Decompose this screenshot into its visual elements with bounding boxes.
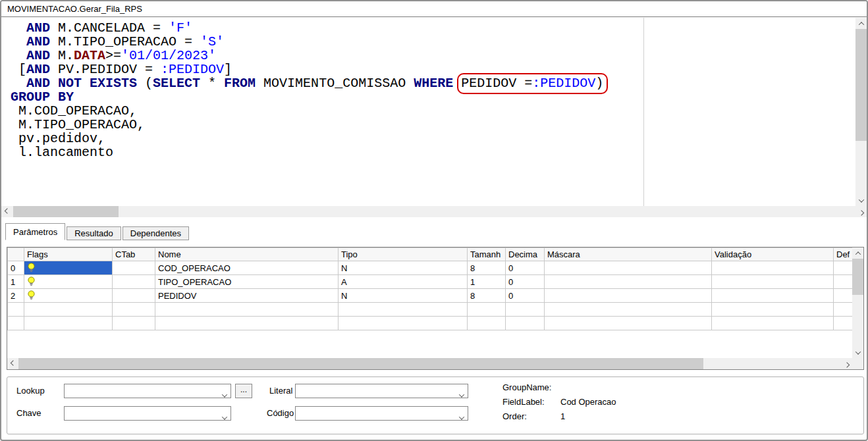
grid-flags-cell[interactable]: [24, 261, 113, 275]
fieldlabel-value: Cod Operacao: [560, 397, 616, 407]
tab-dependentes[interactable]: Dependentes: [122, 226, 189, 240]
codigo-combobox[interactable]: [295, 406, 468, 421]
grid-cell[interactable]: [506, 303, 545, 317]
grid-cell[interactable]: [113, 261, 155, 275]
grid-cell[interactable]: [545, 275, 712, 289]
grid-cell[interactable]: [468, 303, 506, 317]
grid-cell[interactable]: [339, 303, 468, 317]
params-grid: FlagsCTabNomeTipoTamanhDecimaMáscaraVali…: [7, 247, 852, 330]
editor-vertical-scrollbar[interactable]: [855, 18, 867, 206]
grid-cell[interactable]: [834, 317, 853, 330]
scroll-right-button[interactable]: [841, 358, 852, 369]
sql-editor[interactable]: AND M.CANCELADA = 'F' AND M.TIPO_OPERACA…: [1, 18, 867, 206]
grid-cell[interactable]: TIPO_OPERACAO: [155, 275, 339, 289]
grid-cell[interactable]: [339, 317, 468, 330]
scrollbar-thumb[interactable]: [852, 259, 863, 295]
grid-cell[interactable]: 1: [468, 275, 506, 289]
order-label: Order:: [502, 411, 527, 421]
grid-cell[interactable]: [113, 289, 155, 303]
chave-combobox[interactable]: [64, 406, 231, 421]
grid-cell[interactable]: [113, 317, 155, 330]
scroll-up-button[interactable]: [855, 18, 867, 29]
scroll-left-button[interactable]: [1, 206, 13, 217]
grid-flags-cell[interactable]: [24, 275, 113, 289]
code-line: GROUP BY: [11, 90, 855, 104]
grid-header-tamanh[interactable]: Tamanh: [468, 248, 506, 261]
lookup-combobox[interactable]: [64, 384, 231, 398]
grid-cell[interactable]: [712, 317, 834, 330]
window-title: MOVIMENTACAO.Gerar_Fila_RPS: [1, 1, 867, 17]
grid-cell[interactable]: 0: [506, 275, 545, 289]
grid-cell[interactable]: [834, 303, 853, 317]
grid-rownum-cell[interactable]: 0: [8, 261, 24, 275]
grid-cell[interactable]: [468, 317, 506, 330]
code-line: [AND PV.PEDIDOV = :PEDIDOV]: [11, 63, 855, 76]
grid-header-nome[interactable]: Nome: [155, 248, 339, 261]
grid-cell[interactable]: [24, 303, 113, 317]
grid-header-rownum[interactable]: [8, 248, 24, 261]
grid-cell[interactable]: [712, 289, 834, 303]
grid-cell[interactable]: [545, 261, 712, 275]
grid-cell[interactable]: [712, 261, 834, 275]
grid-cell[interactable]: [113, 303, 155, 317]
grid-rownum-cell[interactable]: 2: [8, 289, 24, 303]
grid-cell[interactable]: [24, 317, 113, 330]
grid-header-tipo[interactable]: Tipo: [339, 248, 468, 261]
grid-header-validação[interactable]: Validação: [712, 248, 834, 261]
scrollbar-thumb[interactable]: [855, 29, 867, 141]
chevron-down-icon: [459, 392, 464, 397]
code-area[interactable]: AND M.CANCELADA = 'F' AND M.TIPO_OPERACA…: [1, 18, 855, 206]
grid-header-máscara[interactable]: Máscara: [545, 248, 712, 261]
grid-vertical-scrollbar[interactable]: [852, 247, 863, 358]
grid-cell[interactable]: 0: [506, 289, 545, 303]
grid-cell[interactable]: PEDIDOV: [155, 289, 339, 303]
grid-cell[interactable]: [545, 303, 712, 317]
grid-horizontal-scrollbar[interactable]: [7, 358, 852, 369]
chevron-up-icon: [855, 251, 860, 257]
grid-header-ctab[interactable]: CTab: [113, 248, 155, 261]
grid-cell[interactable]: N: [339, 289, 468, 303]
grid-header-flags[interactable]: Flags: [24, 248, 113, 261]
grid-header-decima[interactable]: Decima: [506, 248, 545, 261]
grid-cell[interactable]: [834, 275, 853, 289]
grid-flags-cell[interactable]: [24, 289, 113, 303]
tab-resultado[interactable]: Resultado: [67, 226, 121, 240]
grid-cell[interactable]: [834, 289, 853, 303]
grid-cell[interactable]: [545, 317, 712, 330]
grid-cell[interactable]: [834, 261, 853, 275]
code-line: AND M.CANCELADA = 'F': [11, 21, 855, 35]
grid-cell[interactable]: [506, 317, 545, 330]
scroll-up-button[interactable]: [852, 247, 863, 259]
grid-header-def[interactable]: Def: [834, 248, 853, 261]
grid-cell[interactable]: N: [339, 261, 468, 275]
grid-cell[interactable]: [712, 275, 834, 289]
grid-cell[interactable]: A: [339, 275, 468, 289]
lookup-browse-button[interactable]: ...: [235, 384, 252, 398]
grid-cell[interactable]: [8, 303, 24, 317]
scroll-down-button[interactable]: [855, 195, 867, 206]
scroll-left-button[interactable]: [7, 358, 18, 369]
chevron-up-icon: [858, 22, 863, 27]
parameters-grid-panel: FlagsCTabNomeTipoTamanhDecimaMáscaraVali…: [7, 247, 864, 370]
grid-cell[interactable]: [712, 303, 834, 317]
grid-cell[interactable]: [545, 289, 712, 303]
literal-combobox[interactable]: [295, 384, 468, 398]
grid-cell[interactable]: 8: [468, 261, 506, 275]
grid-rownum-cell[interactable]: 1: [8, 275, 24, 289]
grid-cell[interactable]: [155, 303, 339, 317]
grid-cell[interactable]: [8, 317, 24, 330]
grid-cell[interactable]: 0: [506, 261, 545, 275]
code-line: AND M.TIPO_OPERACAO = 'S': [11, 35, 855, 49]
grid-cell[interactable]: [155, 317, 339, 330]
lightbulb-icon: [27, 265, 36, 274]
scroll-down-button[interactable]: [852, 347, 863, 358]
scroll-right-button[interactable]: [855, 206, 867, 217]
editor-horizontal-scrollbar[interactable]: [1, 206, 867, 217]
grid-cell[interactable]: COD_OPERACAO: [155, 261, 339, 275]
tab-parametros[interactable]: Parâmetros: [5, 223, 65, 240]
scrollbar-thumb[interactable]: [18, 358, 703, 369]
literal-label: Literal: [269, 386, 292, 396]
scrollbar-thumb[interactable]: [13, 206, 119, 217]
grid-cell[interactable]: [113, 275, 155, 289]
grid-cell[interactable]: 8: [468, 289, 506, 303]
